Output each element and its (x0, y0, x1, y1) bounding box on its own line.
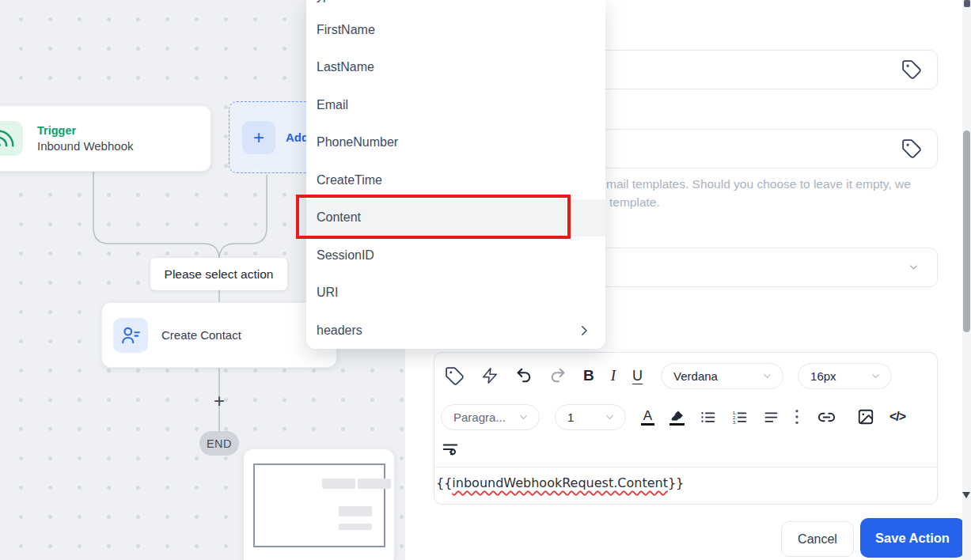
brace-open: {{ (436, 475, 452, 490)
wrap-text-icon[interactable] (442, 440, 459, 457)
dropdown-item-content[interactable]: Content (306, 199, 605, 237)
chevron-right-icon (577, 324, 591, 338)
trigger-node-title: Trigger (37, 124, 134, 137)
dropdown-item-createtime[interactable]: CreateTime (306, 161, 605, 199)
minimap-viewport (253, 464, 385, 547)
redo-icon[interactable] (549, 367, 567, 384)
scrollbar-arrow-icon (962, 492, 970, 498)
font-color-button[interactable]: A (641, 409, 654, 426)
dropdown-item-email[interactable]: Email (306, 86, 605, 124)
bullet-list-icon[interactable] (700, 409, 716, 426)
undo-icon[interactable] (515, 367, 533, 384)
bold-button[interactable]: B (583, 367, 594, 384)
paragraph-select[interactable]: Paragra... (441, 404, 540, 430)
webhook-icon (0, 121, 23, 156)
font-family-select[interactable]: Verdana (661, 363, 783, 389)
dropdown-item-phonenumber[interactable]: PhoneNumber (306, 124, 605, 162)
line-height-select[interactable]: 1 (555, 404, 626, 430)
add-node-label: Add (286, 131, 309, 144)
link-icon[interactable] (817, 408, 836, 426)
editor-divider (434, 467, 938, 467)
action-prompt-label: Please select action (150, 258, 287, 290)
code-icon[interactable]: </> (889, 410, 905, 424)
brace-close: }} (668, 475, 684, 490)
merge-tag-icon[interactable] (445, 366, 465, 386)
dropdown-item-lastname[interactable]: LastName (306, 49, 605, 87)
scrollbar-top-fragment (964, 0, 970, 7)
minimap-card[interactable] (244, 449, 394, 560)
create-contact-node[interactable]: Create Contact (101, 302, 337, 368)
helper-text-line1: mail templates. Should you choose to lea… (606, 175, 911, 193)
more-options-icon[interactable] (795, 408, 799, 426)
italic-button[interactable]: I (611, 367, 616, 384)
lightning-icon[interactable] (481, 367, 499, 384)
insert-step-button[interactable]: + (208, 390, 230, 412)
merge-tag-icon[interactable] (901, 59, 922, 80)
editor-content[interactable]: {{inboundWebhookRequest.Content}} (436, 475, 927, 490)
chevron-down-icon (908, 262, 920, 274)
save-action-button[interactable]: Save Action (860, 518, 965, 558)
dropdown-item-uri[interactable]: URI (306, 274, 605, 312)
helper-text-line2: template. (609, 193, 660, 211)
dropdown-item-firstname[interactable]: FirstName (306, 11, 605, 49)
dropdown-item-partial: yp (317, 0, 380, 8)
merge-variable: inboundWebhookRequest.Content (452, 475, 668, 490)
scrollbar-thumb[interactable] (963, 131, 970, 332)
highlight-button[interactable] (669, 409, 685, 426)
image-icon[interactable] (857, 408, 874, 426)
cancel-button[interactable]: Cancel (781, 521, 854, 557)
font-family-value: Verdana (673, 369, 718, 383)
dropdown-item-sessionid[interactable]: SessionID (306, 236, 605, 274)
workflow-editor-screen: Trigger Inbound Webhook + Add Please sel… (0, 0, 971, 560)
create-contact-label: Create Contact (161, 328, 241, 342)
plus-icon: + (242, 121, 275, 154)
merge-field-dropdown: yp FirstName LastName Email PhoneNumber … (306, 0, 605, 349)
svg-text:3.: 3. (733, 419, 737, 425)
underline-button[interactable]: U (632, 368, 643, 384)
numbered-list-icon[interactable]: 1. 2. 3. (731, 409, 748, 426)
paragraph-value: Paragra... (453, 411, 506, 424)
align-icon[interactable] (763, 409, 779, 426)
merge-tag-icon[interactable] (901, 138, 922, 159)
font-size-value: 16px (810, 369, 836, 383)
font-size-select[interactable]: 16px (798, 363, 892, 389)
dropdown-item-headers[interactable]: headers (306, 312, 605, 350)
trigger-node[interactable]: Trigger Inbound Webhook (0, 105, 211, 172)
trigger-node-subtitle: Inbound Webhook (37, 139, 134, 153)
line-height-value: 1 (567, 411, 574, 424)
end-node: END (199, 431, 239, 456)
contact-icon (113, 318, 148, 353)
